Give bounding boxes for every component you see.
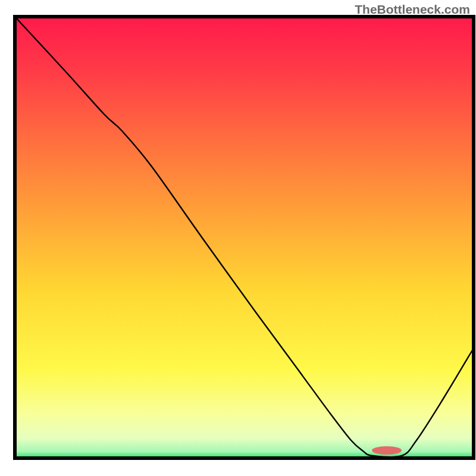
optimum-marker xyxy=(372,446,402,455)
bottleneck-chart xyxy=(0,0,476,476)
plot-background xyxy=(15,17,474,458)
